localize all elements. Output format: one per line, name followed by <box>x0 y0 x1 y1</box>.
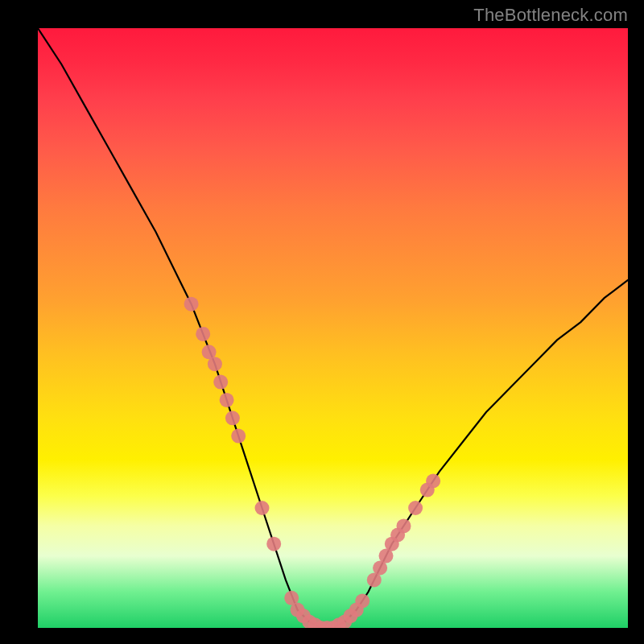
highlighted-points <box>184 297 440 628</box>
marker-point <box>231 429 246 444</box>
marker-point <box>213 375 228 390</box>
chart-overlay <box>38 28 628 628</box>
watermark-text: TheBottleneck.com <box>473 5 628 26</box>
marker-point <box>266 537 281 551</box>
chart-frame: TheBottleneck.com <box>0 0 644 644</box>
marker-point <box>255 501 270 515</box>
marker-point <box>355 594 369 609</box>
marker-point <box>196 327 210 341</box>
marker-point <box>220 393 234 407</box>
marker-point <box>184 297 199 312</box>
marker-point <box>408 501 423 515</box>
bottleneck-curve <box>38 28 628 628</box>
plot-area <box>38 28 628 628</box>
marker-point <box>397 518 411 533</box>
marker-point <box>225 411 240 425</box>
marker-point <box>426 474 440 489</box>
marker-point <box>208 357 222 371</box>
